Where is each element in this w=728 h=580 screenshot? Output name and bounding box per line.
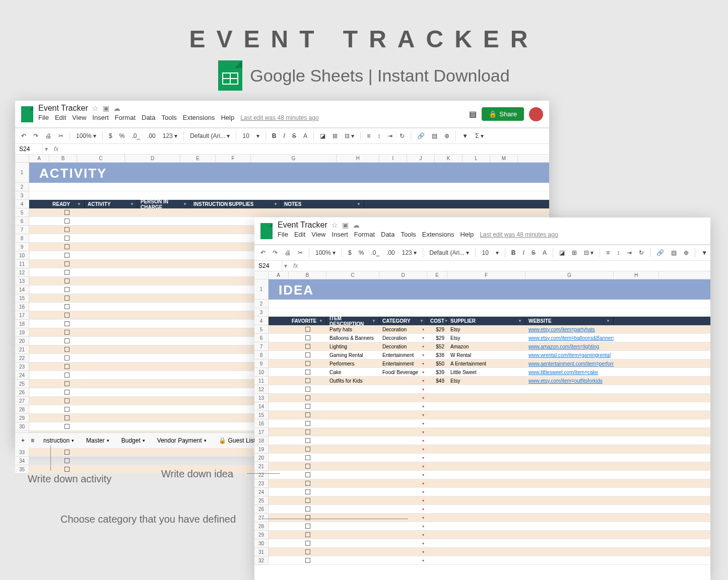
row-29[interactable]: 29 — [254, 531, 269, 539]
menu-tools[interactable]: Tools — [401, 231, 416, 238]
checkbox[interactable] — [305, 541, 310, 546]
table-row[interactable]: ▾ — [269, 437, 710, 445]
table-row[interactable]: ▾ — [269, 514, 710, 522]
row-18[interactable]: 18 — [15, 320, 29, 328]
checkbox[interactable] — [64, 227, 70, 232]
row-1[interactable]: 1 — [254, 279, 269, 300]
zoom[interactable]: 100% ▾ — [313, 248, 338, 258]
paint-icon[interactable]: ✂ — [296, 248, 305, 258]
table-row[interactable]: ▾ — [269, 411, 710, 419]
checkbox[interactable] — [305, 464, 310, 469]
table-row[interactable]: ▾ — [269, 445, 710, 454]
currency[interactable]: $ — [107, 131, 114, 141]
row-20[interactable]: 20 — [15, 337, 29, 345]
row-19[interactable]: 19 — [254, 445, 269, 454]
comment-icon[interactable]: ▤ — [430, 131, 439, 141]
row-25[interactable]: 25 — [254, 496, 269, 505]
checkbox[interactable] — [305, 532, 310, 537]
undo-icon[interactable]: ↶ — [19, 131, 28, 141]
dropdown-icon[interactable]: ▾ — [422, 379, 424, 383]
row-3[interactable]: 3 — [15, 191, 29, 200]
table-row[interactable]: ▾ — [269, 394, 710, 402]
checkbox[interactable] — [64, 347, 70, 352]
col-M[interactable]: M — [490, 155, 518, 162]
checkbox[interactable] — [64, 398, 70, 403]
col-L[interactable]: L — [462, 155, 490, 162]
checkbox[interactable] — [305, 481, 310, 486]
percent[interactable]: % — [117, 131, 127, 141]
row-15[interactable]: 15 — [15, 294, 29, 303]
row-27[interactable]: 27 — [15, 397, 29, 405]
header-activity[interactable]: ACTIVITY▼ — [85, 200, 138, 208]
col-C[interactable]: C — [326, 271, 379, 279]
checkbox[interactable] — [305, 515, 310, 520]
checkbox[interactable] — [305, 395, 310, 400]
borders[interactable]: ⊞ — [570, 248, 579, 258]
row-11[interactable]: 11 — [254, 377, 269, 385]
cloud-icon[interactable]: ☁ — [353, 221, 360, 229]
all-sheets-icon[interactable]: ≡ — [29, 436, 36, 446]
sheet-tab[interactable]: Budget ▾ — [116, 435, 150, 446]
checkbox[interactable] — [64, 304, 70, 309]
comment-icon[interactable]: ▤ — [669, 248, 679, 258]
menu-insert[interactable]: Insert — [92, 114, 109, 121]
row-12[interactable]: 12 — [254, 385, 269, 394]
table-row[interactable]: ▾ — [269, 471, 710, 479]
col-E[interactable]: E — [180, 155, 216, 162]
merge[interactable]: ⊟ ▾ — [343, 131, 356, 141]
format-num[interactable]: 123 ▾ — [161, 131, 179, 141]
row-8[interactable]: 8 — [254, 351, 269, 359]
share-button[interactable]: 🔒Share — [482, 107, 524, 121]
menu-help[interactable]: Help — [460, 231, 474, 238]
menu-file[interactable]: File — [278, 231, 288, 238]
menu-data[interactable]: Data — [142, 114, 155, 121]
rotate[interactable]: ↻ — [398, 131, 407, 141]
menu-tools[interactable]: Tools — [161, 114, 176, 121]
table-row[interactable]: ▾ — [269, 556, 710, 565]
rotate[interactable]: ↻ — [637, 248, 646, 258]
header-instruction[interactable]: INSTRUCTION▼ — [190, 200, 226, 208]
fill-color[interactable]: ◪ — [557, 248, 567, 258]
folder-icon[interactable]: ▣ — [103, 104, 109, 112]
table-row[interactable]: LightingDecoration▾$52Amazonwww.amazon.c… — [269, 342, 710, 351]
header-supplier[interactable]: SUPPLIER▼ — [447, 317, 525, 325]
table-row[interactable]: Gaming RentalEntertainment▾$38W Rentalww… — [269, 351, 710, 359]
col-H[interactable]: H — [337, 155, 379, 162]
sheet-tab[interactable]: Master ▾ — [81, 435, 114, 446]
row-2[interactable]: 2 — [15, 183, 29, 191]
checkbox[interactable] — [64, 296, 70, 301]
text-color[interactable]: A — [541, 248, 549, 258]
add-sheet-icon[interactable]: + — [19, 436, 27, 446]
checkbox[interactable] — [305, 498, 310, 503]
checkbox[interactable] — [64, 330, 70, 335]
checkbox[interactable] — [64, 467, 70, 472]
checkbox[interactable] — [305, 421, 310, 426]
menu-extensions[interactable]: Extensions — [422, 231, 454, 238]
valign[interactable]: ↕ — [615, 248, 622, 258]
row-35[interactable]: 35 — [15, 465, 29, 474]
dropdown-icon[interactable]: ▾ — [422, 413, 424, 417]
dec-dec[interactable]: .0_ — [369, 248, 381, 258]
row-8[interactable]: 8 — [15, 234, 29, 243]
currency[interactable]: $ — [346, 248, 354, 258]
menu-file[interactable]: File — [38, 114, 49, 121]
checkbox[interactable] — [64, 450, 70, 455]
table-row[interactable]: ▾ — [269, 402, 710, 411]
col-H[interactable]: H — [614, 271, 659, 279]
menu-edit[interactable]: Edit — [55, 114, 66, 121]
table-row[interactable]: ▾ — [269, 488, 710, 496]
dropdown-icon[interactable]: ▾ — [422, 558, 424, 563]
checkbox[interactable] — [64, 287, 70, 292]
checkbox[interactable] — [305, 558, 310, 563]
checkbox[interactable] — [305, 455, 310, 460]
menu-view[interactable]: View — [72, 114, 86, 121]
menu-format[interactable]: Format — [115, 114, 136, 121]
dropdown-icon[interactable]: ▾ — [422, 404, 424, 409]
checkbox[interactable] — [64, 355, 70, 360]
row-26[interactable]: 26 — [254, 505, 269, 514]
merge[interactable]: ⊟ ▾ — [582, 248, 595, 258]
table-row[interactable]: ▾ — [269, 462, 710, 471]
checkbox[interactable] — [64, 338, 70, 343]
table-row[interactable]: Party hatsDecoration▾$29Etsywww.etsy.com… — [269, 325, 710, 334]
size-dd[interactable]: ▾ — [494, 248, 501, 258]
